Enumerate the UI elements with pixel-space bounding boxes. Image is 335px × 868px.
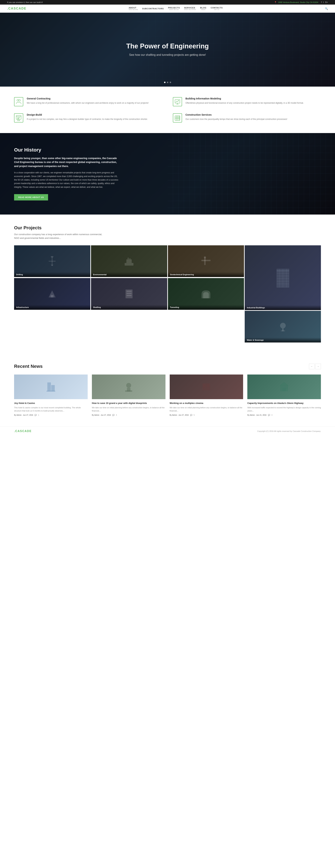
service-title-design: Design-Build xyxy=(27,113,148,116)
news-title-4: Capacity Improvements on Alaska's Glenn … xyxy=(247,402,321,405)
projects-heading: Our Projects xyxy=(14,225,321,230)
project-shafting[interactable]: Shafting xyxy=(91,278,167,310)
service-icon-building xyxy=(173,113,182,123)
news-card-1[interactable]: Joy Hotel & Casino This hotel & casino c… xyxy=(14,374,88,416)
news-prev-button[interactable]: ← xyxy=(309,364,314,369)
hero-dot-2[interactable] xyxy=(167,82,168,83)
svg-rect-54 xyxy=(125,390,132,392)
hero-dot-3[interactable] xyxy=(170,82,171,83)
news-img-2 xyxy=(92,374,165,399)
nav-services[interactable]: SERVICESWhat We Offer xyxy=(184,7,196,10)
hero-title: The Power of Engineering xyxy=(126,42,209,50)
project-tunneling[interactable]: Tunneling xyxy=(168,278,244,310)
history-lead: Despite being younger, than some other b… xyxy=(14,156,120,168)
nav-subcontractors[interactable]: SUBCONTRACTORS xyxy=(142,7,164,10)
news-heading: Recent News xyxy=(14,364,42,369)
project-label-drilling: Drilling xyxy=(14,272,90,277)
news-meta-4: By Admin · Jun 21, 2016 💬 3 xyxy=(247,414,321,416)
nav-blog[interactable]: BLOGNews xyxy=(200,7,207,10)
nav-projects[interactable]: PROJECTSWhat We Did xyxy=(168,7,180,10)
history-content: Our History Despite being younger, than … xyxy=(14,147,321,200)
hero-dots xyxy=(164,82,171,83)
svg-rect-57 xyxy=(207,384,209,387)
facebook-icon[interactable]: f xyxy=(321,1,322,3)
service-design-build: Design-Build If a project is not too com… xyxy=(14,113,162,123)
service-desc-design: If a project is not too complex, we may … xyxy=(27,118,148,121)
nav-contacts[interactable]: CONTACTSGet Us xyxy=(211,7,223,10)
service-content-bim: Building Information Modeling Oftentimes… xyxy=(186,97,304,105)
search-icon[interactable]: 🔍 xyxy=(325,7,328,10)
svg-point-45 xyxy=(280,323,286,329)
svg-rect-23 xyxy=(126,259,132,263)
top-bar: If you can envision it, then we can buil… xyxy=(0,0,335,5)
comment-icon-2: 💬 xyxy=(112,414,115,416)
svg-point-1 xyxy=(19,99,21,101)
service-content-general: General Contracting We have a long list … xyxy=(27,97,149,105)
news-img-3 xyxy=(170,374,243,399)
header: .CASCADE ABOUTWho We Are SUBCONTRACTORS … xyxy=(0,5,335,13)
project-geotechnical[interactable]: Geotechnical Engineering xyxy=(168,245,244,277)
twitter-icon[interactable]: t xyxy=(323,1,324,3)
news-navigation: ← → xyxy=(309,364,321,369)
footer: .CASCADE Copyright (C) 2016 All rights r… xyxy=(0,427,335,436)
logo[interactable]: .CASCADE xyxy=(7,7,26,10)
svg-rect-5 xyxy=(16,116,21,119)
project-industrial[interactable]: Industrial Buildings xyxy=(245,245,321,310)
footer-logo[interactable]: .CASCADE xyxy=(14,430,32,433)
social-icons: f t G+ xyxy=(321,1,328,3)
news-card-4[interactable]: Capacity Improvements on Alaska's Glenn … xyxy=(247,374,321,416)
projects-section: Our Projects Our construction company ha… xyxy=(0,215,335,353)
hero-content: The Power of Engineering See how our sha… xyxy=(119,42,216,57)
svg-rect-47 xyxy=(281,331,285,331)
logo-dot: . xyxy=(7,7,8,10)
service-icon-board xyxy=(14,113,23,123)
project-label-shafting: Shafting xyxy=(91,305,167,310)
project-label-water: Water & Sewerage xyxy=(245,338,321,342)
top-bar-tagline: If you can envision it, then we can buil… xyxy=(7,1,43,3)
services-section: General Contracting We have a long list … xyxy=(0,87,335,133)
project-label-infra: Infrastructure xyxy=(14,305,90,310)
hero-slider: The Power of Engineering See how our sha… xyxy=(0,13,335,87)
hero-dot-1[interactable] xyxy=(164,82,165,83)
read-more-button[interactable]: READ MORE ABOUT US xyxy=(14,194,48,200)
svg-rect-21 xyxy=(49,261,56,261)
services-grid: General Contracting We have a long list … xyxy=(14,97,321,123)
svg-point-28 xyxy=(204,256,206,258)
service-desc-construction: Our customers love the pace/quality temp… xyxy=(186,118,287,121)
project-water[interactable]: Water & Sewerage xyxy=(245,311,321,342)
history-section: Our History Despite being younger, than … xyxy=(0,133,335,215)
news-title-1: Joy Hotel & Casino xyxy=(14,402,88,405)
news-next-button[interactable]: → xyxy=(315,364,321,369)
project-environmental[interactable]: Environmental xyxy=(91,245,167,277)
svg-rect-59 xyxy=(282,388,286,391)
service-content-design: Design-Build If a project is not too com… xyxy=(27,113,148,121)
service-desc-general: We have a long list of professional cont… xyxy=(27,101,149,105)
project-drilling[interactable]: Drilling xyxy=(14,245,90,277)
svg-rect-25 xyxy=(129,258,130,259)
svg-point-52 xyxy=(126,383,131,388)
nav-about[interactable]: ABOUTWho We Are xyxy=(129,7,138,10)
service-bim: Building Information Modeling Oftentimes… xyxy=(173,97,321,106)
project-label-env: Environmental xyxy=(91,272,167,277)
svg-rect-49 xyxy=(48,382,51,391)
news-card-2[interactable]: How to save 10 grand a year with digital… xyxy=(92,374,165,416)
hero-subtitle: See how our shafting and tunneling proje… xyxy=(126,53,209,57)
svg-rect-50 xyxy=(51,385,55,391)
comment-icon-1: 💬 xyxy=(34,414,37,416)
projects-grid: Drilling Environmental Ge xyxy=(14,245,321,310)
service-content-construction: Construction Services Our customers love… xyxy=(186,113,287,121)
news-desc-3: We take our time on initial planning bef… xyxy=(170,406,243,412)
googleplus-icon[interactable]: G+ xyxy=(325,1,328,3)
svg-rect-22 xyxy=(125,263,133,266)
news-card-3[interactable]: Working on a multiplex cinema We take ou… xyxy=(170,374,243,416)
news-desc-1: This hotel & casino complex is our most … xyxy=(14,406,88,412)
project-label-geo: Geotechnical Engineering xyxy=(168,272,244,277)
news-img-1 xyxy=(14,374,88,399)
news-desc-4: With increased traffic expected to excee… xyxy=(247,406,321,412)
project-label-industrial: Industrial Buildings xyxy=(245,305,321,310)
news-desc-2: We take our time on initial planning bef… xyxy=(92,406,165,412)
svg-rect-27 xyxy=(202,260,211,261)
project-infrastructure[interactable]: Infrastructure xyxy=(14,278,90,310)
svg-rect-43 xyxy=(127,293,131,294)
news-header: Recent News ← → xyxy=(14,364,321,369)
